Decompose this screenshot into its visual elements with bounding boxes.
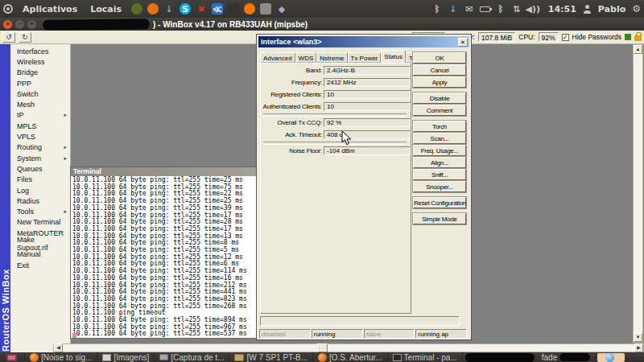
redo-button[interactable]: ↻ [19,32,31,43]
sidebar-item[interactable]: Bridge [10,68,70,78]
menu-aplicativos[interactable]: Aplicativos [19,4,80,14]
taskbar-item-terminal[interactable]: Terminal - pa... [388,352,463,362]
dialog-buttons: OKCancelApplyDisableCommentTorchScan...F… [413,52,466,225]
orange-dot-icon[interactable] [244,3,255,14]
horizontal-scrollbar[interactable]: ◀ ▶ [53,343,644,352]
update-arrow-icon[interactable]: ↓ [448,3,459,14]
sidebar-item[interactable]: Exit [10,260,70,270]
taskbar-item-noise[interactable]: [Noise to sig... [25,352,97,362]
gear-icon[interactable]: ⚙ [632,3,641,14]
sidebar-item[interactable]: MPLS [10,121,70,131]
sidebar-item[interactable]: Switch [10,88,70,99]
dialog-tab[interactable]: Advanced [260,52,295,63]
dialog-button[interactable]: Align... [413,157,466,168]
taskbar-item-w7sp1[interactable]: [W 7 SP1 PT-B... [229,352,313,362]
terminal-titlebar[interactable]: Terminal [71,167,266,176]
terminal-window[interactable]: Terminal 10.0.11.100 64 byte ping: ttl=2… [70,167,267,339]
taskbar-item-imagens[interactable]: [Imagens] [97,352,155,362]
dialog-close-button[interactable]: ✕ [458,38,468,47]
battery-icon[interactable] [480,6,490,12]
dialog-button[interactable]: Torch [413,121,466,132]
sidebar-item[interactable]: Interfaces [10,46,70,56]
pink-screen-icon [6,354,17,361]
sidebar-item[interactable]: Radius [10,195,70,206]
camera-icon[interactable] [260,3,271,14]
sidebar-item[interactable]: Mesh [10,99,70,109]
field-value: 10 [324,90,411,99]
firefox-icon[interactable] [147,3,159,14]
sidebar-item[interactable]: Log [10,185,70,195]
taskbar-item-os-abertur[interactable]: [O.S. Abertur... [313,352,388,362]
skype-icon[interactable]: S [180,3,191,14]
dialog-tab[interactable]: WDS [295,52,317,63]
terminal-lines: 10.0.11.100 64 byte ping: ttl=255 time=2… [72,177,266,338]
field-value: 408 us [324,130,411,139]
dialog-titlebar[interactable]: Interface <wlan3> ✕ [258,36,469,47]
dialog-button[interactable]: Snooper... [413,181,466,192]
window-titlebar[interactable]: × − + ) - WinBox v4.17 on RB433UAH (mips… [0,18,644,31]
terminal-output[interactable]: 10.0.11.100 64 byte ping: ttl=255 time=2… [71,176,266,338]
taskbar-item-redacted[interactable] [465,353,535,362]
dialog-button[interactable]: Simple Mode [413,213,466,224]
memory-value: 107.8 MiB [478,32,515,42]
dialog-button[interactable]: Apply [413,76,466,88]
limewire-icon[interactable] [131,3,142,14]
sidebar-item[interactable]: New Terminal [10,217,70,228]
taskbar-item-captura[interactable]: [Captura de t... [155,352,229,362]
dialog-tab[interactable]: Tx Power [348,52,382,63]
dialog-button[interactable]: Scan... [413,133,466,144]
red-x-icon[interactable]: ✖ [196,3,207,14]
bluetooth-icon[interactable]: ᛒ [495,3,506,14]
taskbar-item-fade[interactable]: fade [537,352,596,362]
dialog-button[interactable]: Sniff... [413,169,466,180]
user-menu[interactable]: Pablo [598,4,625,14]
bluetooth-icon[interactable]: ᛒ [431,3,443,14]
dialog-status-bar: disabledrunningslaverunning ap [259,329,467,339]
ubuntu-logo-icon[interactable] [3,4,13,14]
dialog-tab[interactable]: Nstreme [316,52,347,63]
sidebar-item[interactable]: PPP [10,78,70,88]
window-title: ) - WinBox v4.17 on RB433UAH (mipsbe) [153,20,308,29]
undo-button[interactable]: ↺ [2,32,15,43]
hide-passwords-checkbox[interactable]: ✓ [562,34,569,41]
menu-locais[interactable]: Locais [87,4,125,14]
scroll-up-button[interactable]: ▲ [634,45,642,54]
sidebar-item[interactable]: Make Supout.rif [10,238,70,249]
dialog-tab[interactable]: Status [381,50,406,63]
dialog-button[interactable]: Cancel [413,64,466,76]
scroll-left-button[interactable]: ◀ [54,343,63,352]
minimize-button[interactable]: − [15,20,24,29]
screen-icon[interactable] [228,3,239,14]
maximize-button[interactable]: + [27,20,36,29]
dialog-button[interactable]: Disable [413,93,466,104]
taskbar-item-active[interactable] [597,353,625,362]
sidebar-item[interactable]: VPLS [10,131,70,142]
sidebar-item[interactable]: Tools ▸ [10,206,70,216]
clock[interactable]: 14:51 [548,4,576,14]
sidebar-item[interactable]: Files [10,175,70,185]
scroll-down-button[interactable]: ▼ [634,333,642,342]
volume-icon[interactable]: ◀)) [527,3,539,14]
dialog-bottom-strip [260,316,460,326]
sidebar-item[interactable]: Queues [10,163,70,174]
mail-icon[interactable]: ✉ [464,3,475,14]
close-button[interactable]: × [3,20,12,29]
download-arrow-icon[interactable]: ↓ [163,3,175,14]
redaction [43,19,150,30]
taskbar-screenshot-app[interactable] [2,352,25,362]
scrollbar-thumb[interactable] [317,343,328,352]
dialog-button[interactable]: Reset Configuration [413,197,466,208]
network-arrows-icon[interactable]: ⇅ [511,3,522,14]
teamviewer-icon[interactable]: ≪ [212,3,223,14]
sidebar-item[interactable]: Wireless [10,56,70,67]
dialog-button[interactable]: OK [413,52,466,64]
dialog-button[interactable]: Comment [413,105,466,116]
scroll-right-button[interactable]: ▶ [634,343,643,352]
sidebar-item[interactable]: IP ▸ [10,110,70,121]
vertical-scrollbar[interactable]: ▲ ▼ [633,44,643,343]
sidebar-item[interactable]: Routing ▸ [10,142,70,153]
field-value: 2.4GHz-B [324,66,411,75]
purple-diamond-icon[interactable]: ◆ [276,3,287,14]
dialog-button[interactable]: Freq. Usage... [413,145,466,156]
sidebar-item[interactable]: System ▸ [10,153,70,163]
